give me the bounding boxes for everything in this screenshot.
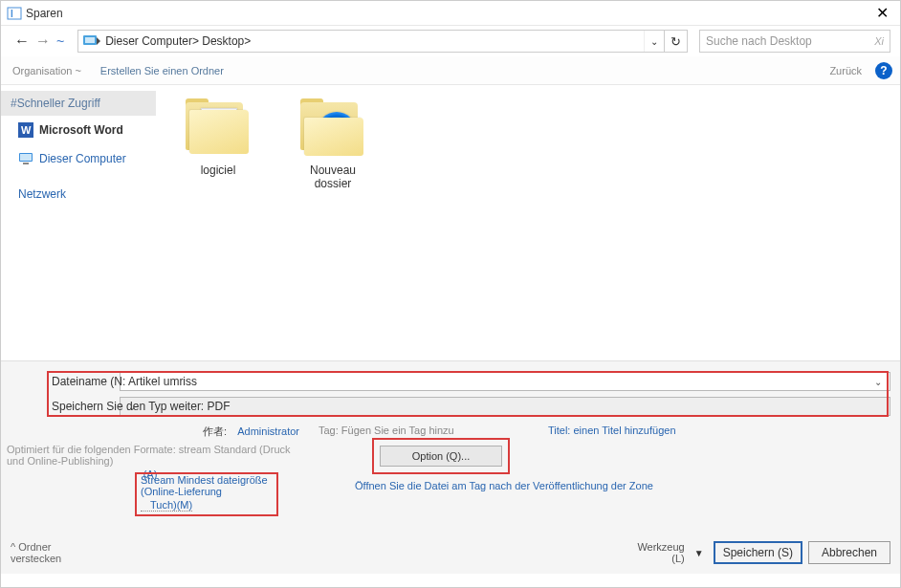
stream-field[interactable]: Tuch)(M) [141,499,192,512]
address-bar[interactable]: Dieser Computer> Desktop> ⌄ ↻ [77,30,688,53]
sidebar-item-network[interactable]: Netzwerk [1,181,156,207]
svg-text:I: I [11,9,13,19]
svg-rect-3 [85,37,95,43]
tag-field[interactable]: Tag: Fügen Sie ein Tag hinzu [319,425,548,439]
filename-field[interactable]: Dateiname (N: Artikel umriss ⌄ [120,372,890,391]
folder-logiciel[interactable]: PDF logiciel [175,98,261,177]
filename-value: Dateiname (N: Artikel umriss [52,375,197,388]
window-title: Sparen [26,7,63,20]
file-pane[interactable]: PDF logiciel Nouveau dossier [156,85,900,360]
tools-dropdown-icon[interactable]: ▼ [691,548,708,558]
forward-arrow-icon[interactable]: → [32,33,49,50]
address-dropdown-icon[interactable]: ⌄ [644,31,664,52]
hide-folders-toggle[interactable]: ^ Ordner verstecken [11,541,93,564]
search-input[interactable]: Suche nach Desktop Xi [699,30,890,53]
refresh-icon[interactable]: ↻ [664,31,687,52]
stream-min-size-label: Stream Mindest dateigröße (Online-Liefer… [141,474,275,497]
folder-new[interactable]: Nouveau dossier [290,98,376,190]
folder-icon: PDF [184,98,253,158]
search-clear-icon[interactable]: Xi [874,35,884,47]
sidebar-item-label: Netzwerk [18,187,66,201]
svg-rect-7 [20,154,32,161]
options-button[interactable]: Option (Q)... [380,446,502,467]
svg-text:W: W [21,124,32,136]
back-arrow-icon[interactable]: ← [11,33,28,50]
sidebar-item-label: Microsoft Word [39,123,123,137]
folder-label: logiciel [201,163,236,177]
help-icon[interactable]: ? [875,62,892,79]
new-folder-button[interactable]: Erstellen Sie einen Ordner [97,65,228,76]
cancel-button[interactable]: Abbrechen [808,541,890,564]
sidebar-item-word[interactable]: W Microsoft Word [1,116,156,144]
toolbar-back-label[interactable]: Zurück [825,65,866,76]
folder-icon [298,98,367,158]
title-hint[interactable]: Titel: einen Titel hinzufügen [548,425,676,439]
sidebar-item-label: Dieser Computer [39,152,126,165]
close-icon[interactable]: ✕ [870,4,894,22]
sidebar-item-computer[interactable]: Dieser Computer [1,144,156,173]
word-icon: W [18,122,33,138]
author-label: 作者: [203,425,227,437]
search-placeholder: Suche nach Desktop [706,34,812,48]
author-value[interactable]: Administrator [237,425,299,437]
computer-icon [18,151,33,166]
open-after-publish-link[interactable]: Öffnen Sie die Datei am Tag nach der Ver… [355,480,653,491]
filename-dropdown-icon[interactable]: ⌄ [870,377,886,387]
sidebar: #Schneller Zugriff W Microsoft Word Dies… [1,85,156,360]
svg-rect-8 [23,163,29,164]
organize-button[interactable]: Organisation ~ [9,65,85,76]
sidebar-quick-access[interactable]: #Schneller Zugriff [1,91,156,116]
app-icon: I [7,6,22,21]
tools-label: Werkzeug (L) [637,541,685,564]
savetype-value: Speichern Sie den Typ weiter: PDF [52,400,231,413]
savetype-field[interactable]: Speichern Sie den Typ weiter: PDF ⌄ [120,397,890,416]
folder-label: Nouveau dossier [290,163,376,190]
up-arrow-icon[interactable]: ~ [53,33,68,49]
save-button[interactable]: Speichern (S) [714,541,802,564]
breadcrumb: Dieser Computer> Desktop> [105,34,644,48]
drive-icon [80,32,103,51]
